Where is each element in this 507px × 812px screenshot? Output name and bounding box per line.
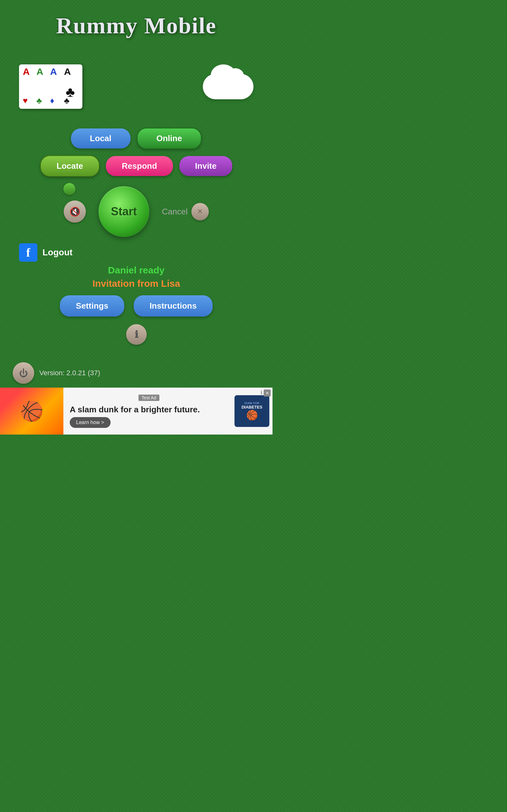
start-button[interactable]: Start [99, 186, 149, 237]
instructions-button[interactable]: Instructions [134, 295, 213, 316]
buttons-section: Local Online Locate Respond Invite [40, 128, 233, 177]
logout-button[interactable]: Logout [43, 247, 72, 258]
mute-button[interactable] [64, 200, 86, 223]
suit-diamond-blue: ♦ [50, 96, 54, 106]
mode-row: Local Online [71, 128, 202, 149]
cancel-group: Cancel [162, 203, 209, 220]
card-a-blue: A [50, 66, 57, 77]
local-button[interactable]: Local [71, 129, 130, 148]
version-text: Version: 2.0.21 (37) [39, 369, 100, 377]
suit-club-green: ♣ [37, 96, 42, 106]
respond-button[interactable]: Respond [106, 156, 173, 176]
invitation-status: Invitation from Lisa [93, 278, 180, 289]
ad-banner: 🏀 Test Ad A slam dunk for a brighter fut… [0, 388, 273, 435]
ad-close-button[interactable]: ✕ [264, 390, 271, 397]
fb-logout-row: f Logout [0, 243, 273, 262]
ad-logo-ball: 🏀 [246, 409, 258, 420]
power-icon [19, 368, 28, 378]
ad-test-label: Test Ad [138, 395, 159, 401]
cloud-decoration [203, 74, 253, 99]
ad-main-text: A slam dunk for a brighter future. [70, 405, 228, 415]
ad-content: Test Ad A slam dunk for a brighter futur… [63, 392, 234, 431]
ad-image: 🏀 [0, 388, 63, 435]
ad-learn-more-button[interactable]: Learn how > [70, 417, 111, 428]
facebook-icon: f [19, 243, 38, 262]
info-button[interactable] [126, 324, 147, 345]
info-icon [135, 329, 138, 340]
ad-basketball-icon: 🏀 [20, 400, 44, 422]
ad-info-icon: ℹ [261, 390, 262, 396]
start-cancel-row: Start Cancel [0, 186, 273, 237]
online-button[interactable]: Online [137, 128, 202, 149]
card-a-black: A [64, 66, 71, 77]
suit-club-large: ♣ [66, 84, 75, 100]
settings-instructions-row: Settings Instructions [60, 295, 212, 316]
small-dot-decoration [63, 183, 75, 195]
card-a-red: A [23, 66, 30, 77]
cards-image: A A A A ♥ ♣ ♦ ♣ ♣ [19, 64, 82, 109]
app-title: Rummy Mobile [56, 13, 216, 39]
cancel-label: Cancel [162, 207, 187, 217]
status-section: Daniel ready Invitation from Lisa [93, 265, 180, 289]
ad-logo-top: DUNK FOR [245, 402, 260, 405]
daniel-ready-status: Daniel ready [108, 265, 164, 275]
online-options-row: Locate Respond Invite [40, 155, 233, 177]
suit-heart: ♥ [23, 96, 27, 106]
settings-button[interactable]: Settings [60, 295, 124, 316]
cancel-button[interactable] [191, 203, 209, 220]
ad-logo-bottom: DIABETES [241, 405, 262, 409]
ad-logo: DUNK FOR DIABETES 🏀 [234, 395, 269, 427]
cancel-x-icon [197, 207, 203, 216]
locate-button[interactable]: Locate [40, 155, 100, 177]
invite-button[interactable]: Invite [179, 156, 233, 176]
power-button[interactable] [13, 362, 34, 384]
mute-icon [69, 206, 80, 217]
bottom-section: Version: 2.0.21 (37) [13, 362, 100, 384]
cards-cloud-row: A A A A ♥ ♣ ♦ ♣ ♣ [0, 64, 273, 109]
card-a-green: A [37, 66, 43, 77]
